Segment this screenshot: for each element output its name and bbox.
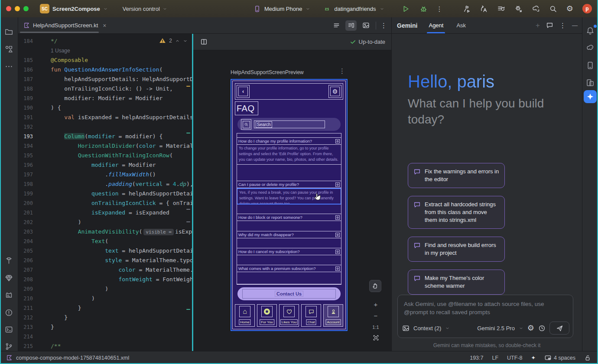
code-line[interactable]: 199 question = helpAndSupportDetails <box>18 189 192 198</box>
code-line[interactable]: 201 isExpanded = isExpanded <box>18 208 192 218</box>
hide-panel-icon[interactable]: — <box>572 22 578 29</box>
model-selector[interactable]: Gemini 2.5 Pro <box>477 325 515 332</box>
faq-question-row[interactable]: How do I block or report someone? <box>237 214 341 221</box>
code-line[interactable]: 185@Composable <box>18 55 192 65</box>
code-line[interactable]: 208 fontWeight = FontWeight <box>18 275 192 284</box>
code-line[interactable]: 187 helpAndSupportDetails: HelpAndSuppor… <box>18 75 192 84</box>
app-quality-gem-icon[interactable] <box>3 272 15 283</box>
prompt-settings-icon[interactable]: ⚙ <box>527 324 534 332</box>
suggestion-chip[interactable]: Extract all hardcoded strings from this … <box>408 196 505 229</box>
sparkle-icon[interactable]: ✦ <box>531 354 535 361</box>
highlight-stripe-mark[interactable] <box>186 309 190 310</box>
inspections-widget[interactable]: 2 <box>159 37 188 44</box>
code-line[interactable]: 203 AnimatedVisibility(visible =isExpand… <box>18 227 192 237</box>
code-line[interactable]: 212 } <box>18 313 192 322</box>
close-tab-icon[interactable]: × <box>103 22 106 29</box>
send-button[interactable] <box>549 322 569 335</box>
chat-history-icon[interactable] <box>546 22 553 29</box>
minimize-window-button[interactable] <box>15 6 20 11</box>
run-button[interactable] <box>402 5 410 13</box>
code-line[interactable]: 207 color = MaterialTheme. <box>18 265 192 275</box>
translate-icon[interactable] <box>480 5 488 13</box>
stripe-mark[interactable] <box>186 209 190 210</box>
indent-setting[interactable]: 4 spaces <box>544 354 575 361</box>
code-line[interactable]: 206 style = MaterialTheme.typography <box>18 256 192 265</box>
run-config-selector[interactable]: datingandfriends <box>334 6 376 12</box>
code-line[interactable]: 193 Column(modifier = modifier) { <box>18 132 192 141</box>
faq-question-row[interactable]: What comes with a premium subscription? <box>237 265 341 272</box>
suggestion-chip[interactable]: Make my Theme's color scheme warmer <box>408 270 505 295</box>
tab-agent[interactable]: Agent <box>427 17 445 33</box>
next-warning-icon[interactable] <box>183 39 188 43</box>
faq-question-row[interactable]: Can I pause or delete my profile? <box>237 181 341 188</box>
code-line[interactable]: 204 Text( <box>18 237 192 246</box>
resource-manager-icon[interactable] <box>3 43 15 55</box>
code-line[interactable]: 188 onTrailingIconClick: () -> Unit, <box>18 84 192 94</box>
zoom-in-button[interactable]: + <box>369 299 382 310</box>
view-design-button[interactable] <box>360 20 371 31</box>
code-line[interactable]: 1 Usage <box>18 46 192 55</box>
tab-scroll-indicator[interactable] <box>20 32 99 33</box>
gemini-options-icon[interactable]: ⋮ <box>559 22 566 29</box>
attach-image-icon[interactable] <box>402 325 410 332</box>
code-line[interactable]: 215/** <box>18 341 192 351</box>
lock-icon[interactable] <box>584 354 591 361</box>
expand-toggle-icon[interactable] <box>335 250 340 254</box>
nav-item-chat[interactable]: Chat <box>301 304 321 327</box>
more-icon[interactable] <box>3 61 15 72</box>
new-chat-icon[interactable]: + <box>536 21 540 30</box>
suggestion-chip[interactable]: Fix the warnings and errors in the edito… <box>408 163 505 188</box>
code-line[interactable]: 213} <box>18 322 192 332</box>
recent-tasks-icon[interactable] <box>497 5 505 13</box>
back-button[interactable]: ‹ <box>237 85 250 98</box>
highlight-stripe-mark[interactable] <box>186 133 190 133</box>
problems-icon[interactable] <box>3 307 15 318</box>
gemini-prompt-input[interactable]: Ask Gemini, use @filename to attach sour… <box>397 295 573 338</box>
build-hammer-icon[interactable] <box>3 255 15 266</box>
code-line[interactable]: 197 .fillMaxWidth() <box>18 170 192 179</box>
history-icon[interactable] <box>538 325 546 332</box>
expand-toggle-icon[interactable] <box>335 266 340 271</box>
contact-us-button[interactable]: Contact Us <box>237 287 341 300</box>
device-selector[interactable]: Medium Phone <box>264 6 302 12</box>
code-line[interactable]: 214 <box>18 332 192 341</box>
gradle-sync-icon[interactable] <box>532 5 540 13</box>
split-layout-icon[interactable] <box>200 38 208 46</box>
bell-icon[interactable] <box>585 25 596 36</box>
line-ending[interactable]: LF <box>492 355 498 361</box>
code-line[interactable]: 189 modifier: Modifier = Modifier <box>18 94 192 103</box>
faq-answer-selected[interactable]: Yes, if you need a break, you can pause … <box>237 188 341 205</box>
code-line[interactable]: 190) { <box>18 103 192 113</box>
settings-button[interactable]: ⚙ <box>328 85 341 98</box>
code-line[interactable]: 211 } <box>18 303 192 313</box>
terminal-icon[interactable] <box>3 324 15 335</box>
nav-item-home[interactable]: ⌂Home <box>235 304 255 327</box>
zoom-out-button[interactable]: − <box>369 310 382 322</box>
pan-tool-button[interactable] <box>369 280 381 292</box>
context-dropdown[interactable]: Context (2) <box>413 325 441 332</box>
code-editor[interactable]: 184*/1 Usage185@Composable186fun Questio… <box>18 34 192 351</box>
running-devices-icon[interactable] <box>585 77 596 88</box>
close-window-button[interactable] <box>6 6 11 11</box>
view-code-button[interactable] <box>331 20 342 31</box>
git-branch-icon[interactable] <box>3 341 15 352</box>
warning-stripe-mark[interactable] <box>186 86 190 87</box>
code-line[interactable]: 196 modifier = Modifier <box>18 160 192 170</box>
device-manager-icon[interactable] <box>585 60 596 71</box>
code-line[interactable]: 202 ) <box>18 218 192 227</box>
vcs-menu[interactable]: Version control <box>123 6 167 12</box>
debug-button[interactable] <box>419 5 428 13</box>
view-split-button[interactable] <box>345 20 357 31</box>
logcat-icon[interactable] <box>3 289 15 301</box>
gemini-star-icon[interactable] <box>584 90 597 103</box>
code-line[interactable]: 198 .padding(vertical = 4.dp), <box>18 179 192 189</box>
project-selector[interactable]: SC Screen2Compose <box>40 4 108 13</box>
faq-answer[interactable]: To change your profile information, go t… <box>237 145 341 165</box>
profiler-icon[interactable] <box>462 5 471 13</box>
code-line[interactable]: 200 onTrailingIconClick = { onTrailingIc… <box>18 198 192 208</box>
stripe-mark[interactable] <box>186 221 190 222</box>
user-avatar[interactable]: p <box>582 4 592 13</box>
folder-icon[interactable] <box>3 26 15 37</box>
suggestion-chip[interactable]: Find and resolve build errors in my proj… <box>408 237 505 262</box>
attach-debugger-icon[interactable] <box>514 5 523 13</box>
